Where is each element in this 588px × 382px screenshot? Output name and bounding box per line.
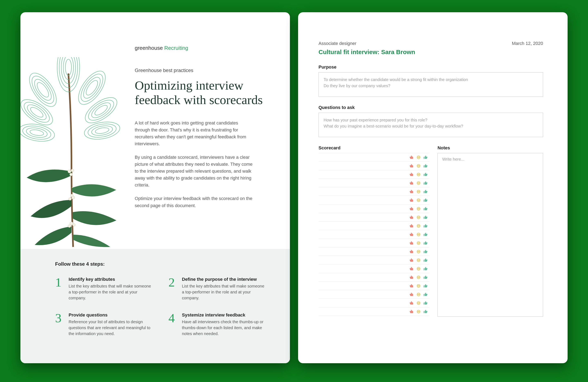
- thumbs-up-icon[interactable]: [423, 284, 428, 288]
- thumbs-down-icon[interactable]: [409, 224, 414, 228]
- step-desc: List the key attributes that will make s…: [182, 283, 265, 301]
- thumbs-down-icon[interactable]: [409, 155, 414, 160]
- purpose-box[interactable]: To determine whether the candidate would…: [318, 72, 543, 97]
- svg-point-7: [31, 77, 54, 103]
- thumbs-down-icon[interactable]: [409, 275, 414, 280]
- intro-paragraph-1: A lot of hard work goes into getting gre…: [135, 120, 253, 147]
- thumbs-up-icon[interactable]: [423, 301, 428, 305]
- scorecard-row: [318, 161, 429, 170]
- thumbs-up-icon[interactable]: [423, 232, 428, 237]
- step-title: Systemize interview feedback: [182, 312, 265, 318]
- thumbs-up-icon[interactable]: [423, 249, 428, 254]
- thumbs-down-icon[interactable]: [409, 232, 414, 237]
- thumbs-up-icon[interactable]: [423, 155, 428, 160]
- thumbs-down-icon[interactable]: [409, 181, 414, 185]
- neutral-icon[interactable]: [416, 258, 421, 262]
- thumbs-up-icon[interactable]: [423, 215, 428, 220]
- svg-point-36: [72, 223, 75, 226]
- thumbs-up-icon[interactable]: [423, 266, 428, 271]
- scorecard-row: [318, 196, 429, 204]
- neutral-icon[interactable]: [416, 309, 421, 314]
- notes-box[interactable]: Write here...: [438, 153, 543, 317]
- thumbs-down-icon[interactable]: [409, 215, 414, 220]
- neutral-icon[interactable]: [416, 249, 421, 254]
- step-number: 2: [168, 277, 177, 301]
- svg-point-20: [84, 79, 100, 97]
- thumbs-up-icon[interactable]: [423, 189, 428, 194]
- questions-box[interactable]: How has your past experience prepared yo…: [318, 113, 543, 137]
- notes-label: Notes: [438, 145, 543, 151]
- thumbs-down-icon[interactable]: [409, 241, 414, 245]
- neutral-icon[interactable]: [416, 292, 421, 297]
- thumbs-down-icon[interactable]: [409, 266, 414, 271]
- logo-prefix: greenhouse: [135, 45, 164, 51]
- thumbs-up-icon[interactable]: [423, 198, 428, 202]
- neutral-icon[interactable]: [416, 224, 421, 228]
- thumbs-up-icon[interactable]: [423, 164, 428, 168]
- thumbs-down-icon[interactable]: [409, 292, 414, 297]
- thumbs-up-icon[interactable]: [423, 181, 428, 185]
- svg-point-23: [89, 100, 113, 121]
- thumbs-up-icon[interactable]: [423, 275, 428, 280]
- document-page-2: Associate designer March 12, 2020 Cultur…: [298, 12, 567, 363]
- svg-point-24: [93, 103, 109, 117]
- svg-point-30: [71, 169, 74, 172]
- step-3: 3 Provide questions Reference your list …: [55, 312, 152, 337]
- neutral-icon[interactable]: [416, 189, 421, 194]
- neutral-icon[interactable]: [416, 232, 421, 237]
- svg-point-34: [70, 194, 73, 197]
- svg-point-8: [35, 80, 51, 99]
- document-page-1: greenhouse Recruiting Greenhouse best pr…: [21, 12, 290, 363]
- thumbs-down-icon[interactable]: [409, 309, 414, 314]
- neutral-icon[interactable]: [416, 275, 421, 280]
- step-number: 3: [55, 312, 64, 337]
- neutral-icon[interactable]: [416, 164, 421, 168]
- scorecard-row: [318, 281, 429, 290]
- step-desc: List the key attributes that will make s…: [69, 283, 152, 301]
- scorecard-row: [318, 153, 429, 161]
- thumbs-up-icon[interactable]: [423, 241, 428, 245]
- thumbs-down-icon[interactable]: [409, 301, 414, 305]
- neutral-icon[interactable]: [416, 241, 421, 245]
- svg-point-11: [25, 102, 49, 122]
- neutral-icon[interactable]: [416, 181, 421, 185]
- svg-point-33: [69, 198, 71, 201]
- thumbs-up-icon[interactable]: [423, 258, 428, 262]
- thumbs-down-icon[interactable]: [409, 164, 414, 168]
- neutral-icon[interactable]: [416, 266, 421, 271]
- neutral-icon[interactable]: [416, 155, 421, 160]
- thumbs-up-icon[interactable]: [423, 224, 428, 228]
- scorecard-row: [318, 213, 429, 221]
- thumbs-down-icon[interactable]: [409, 189, 414, 194]
- page1-top: greenhouse Recruiting Greenhouse best pr…: [21, 12, 290, 249]
- thumbs-down-icon[interactable]: [409, 284, 414, 288]
- scorecard-rows: [318, 153, 429, 316]
- scorecard-row: [318, 187, 429, 196]
- greenhouse-recruiting-logo: greenhouse Recruiting: [135, 45, 265, 51]
- svg-point-12: [29, 105, 44, 119]
- step-title: Define the purpose of the interview: [182, 277, 265, 282]
- neutral-icon[interactable]: [416, 301, 421, 305]
- thumbs-up-icon[interactable]: [423, 206, 428, 211]
- step-number: 1: [55, 277, 64, 301]
- step-title: Identify key attributes: [69, 277, 152, 282]
- neutral-icon[interactable]: [416, 284, 421, 288]
- neutral-icon[interactable]: [416, 215, 421, 220]
- step-desc: Have all interviewers check the thumbs-u…: [182, 319, 265, 337]
- svg-point-28: [95, 127, 109, 134]
- thumbs-down-icon[interactable]: [409, 249, 414, 254]
- svg-point-37: [68, 225, 71, 227]
- neutral-icon[interactable]: [416, 172, 421, 177]
- thumbs-up-icon[interactable]: [423, 309, 428, 314]
- thumbs-up-icon[interactable]: [423, 292, 428, 297]
- thumbs-down-icon[interactable]: [409, 198, 414, 202]
- steps-grid: 1 Identify key attributes List the key a…: [55, 277, 265, 337]
- thumbs-down-icon[interactable]: [409, 258, 414, 262]
- thumbs-up-icon[interactable]: [423, 172, 428, 177]
- neutral-icon[interactable]: [416, 206, 421, 211]
- thumbs-down-icon[interactable]: [409, 206, 414, 211]
- step-2: 2 Define the purpose of the interview Li…: [168, 277, 265, 301]
- neutral-icon[interactable]: [416, 198, 421, 202]
- thumbs-down-icon[interactable]: [409, 172, 414, 177]
- scorecard-row: [318, 179, 429, 187]
